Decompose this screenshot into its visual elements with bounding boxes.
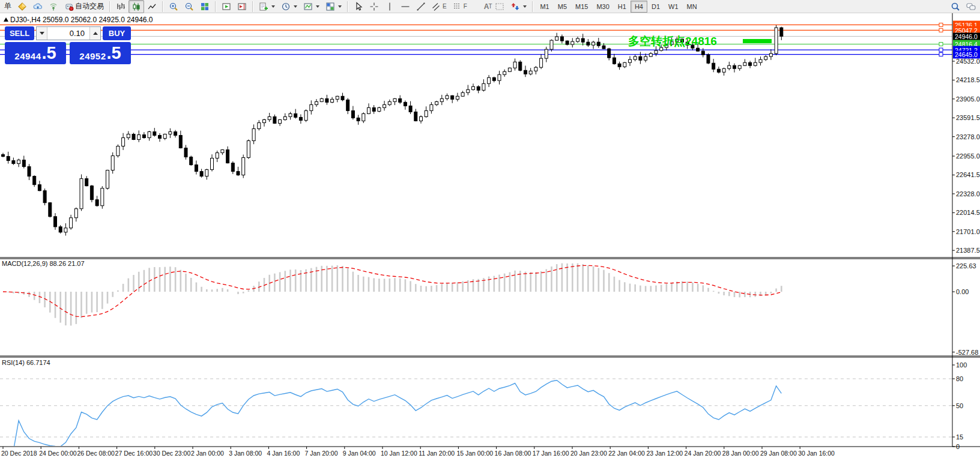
candle[interactable] [179,135,182,148]
candle[interactable] [655,50,658,53]
candle[interactable] [64,228,67,232]
candle[interactable] [368,107,371,113]
candle[interactable] [440,98,443,101]
price-line-handle[interactable] [939,48,943,52]
candle[interactable] [576,38,579,41]
sell-price-button[interactable]: 24944 .5 [5,42,66,64]
candle[interactable] [28,167,31,176]
candle[interactable] [294,113,297,117]
candle[interactable] [2,155,5,157]
candle[interactable] [289,113,292,116]
candle[interactable] [707,55,710,63]
price-line-handle[interactable] [939,23,943,26]
candle[interactable] [701,51,704,55]
candle[interactable] [425,110,428,116]
candle[interactable] [127,134,130,137]
candle[interactable] [195,165,198,172]
candle[interactable] [492,77,495,80]
candle[interactable] [534,67,537,71]
candle[interactable] [602,46,605,49]
candle[interactable] [336,96,339,99]
candle[interactable] [85,179,88,186]
candle[interactable] [503,71,506,74]
candle[interactable] [268,116,271,119]
candle[interactable] [545,49,548,58]
candle[interactable] [70,218,73,228]
candle[interactable] [540,58,543,67]
candle[interactable] [488,77,491,83]
candle[interactable] [399,98,402,102]
chart-canvas[interactable] [0,0,980,458]
candle[interactable] [59,227,62,232]
candle[interactable] [49,203,52,217]
price-line-handle[interactable] [939,28,943,32]
candle[interactable] [273,116,276,123]
candle[interactable] [357,118,360,121]
candle[interactable] [74,209,77,218]
candle[interactable] [550,40,553,49]
candle[interactable] [12,161,15,164]
candle[interactable] [618,64,621,67]
buy-button[interactable]: BUY [103,26,131,40]
candle[interactable] [106,170,109,188]
candle[interactable] [211,158,214,170]
candle[interactable] [142,134,145,137]
candle[interactable] [508,68,511,71]
candle[interactable] [258,122,261,128]
candle[interactable] [634,56,637,59]
candle[interactable] [764,56,767,59]
candle[interactable] [581,38,584,42]
candle[interactable] [393,98,396,101]
candle[interactable] [169,131,172,134]
candle[interactable] [759,59,762,62]
candle[interactable] [231,163,234,172]
candle[interactable] [717,69,720,72]
candle[interactable] [513,62,516,68]
candle[interactable] [184,148,187,157]
candle[interactable] [299,117,302,120]
candle[interactable] [712,63,715,69]
candle[interactable] [472,86,475,89]
candle[interactable] [279,119,282,123]
candle[interactable] [639,56,642,60]
candle[interactable] [629,59,632,62]
candle[interactable] [612,58,616,64]
candle[interactable] [138,134,141,139]
chart-nav-arrow-icon[interactable] [4,17,8,22]
candle[interactable] [205,170,208,176]
candle[interactable] [163,134,166,138]
candle[interactable] [116,146,119,156]
candle[interactable] [174,131,177,135]
candle[interactable] [592,42,595,45]
candle[interactable] [529,71,532,74]
candle[interactable] [383,104,386,107]
candle[interactable] [242,158,245,175]
candle[interactable] [54,217,57,227]
candle[interactable] [404,102,407,106]
candle[interactable] [148,131,151,137]
candle[interactable] [555,37,558,40]
candle[interactable] [409,106,412,112]
candle[interactable] [221,150,224,153]
candle[interactable] [560,37,563,41]
candle[interactable] [519,62,522,70]
candle[interactable] [351,110,354,118]
candle[interactable] [451,95,454,99]
candle[interactable] [362,113,365,121]
buy-price-button[interactable]: 24952 .5 [70,42,131,64]
candle[interactable] [571,41,574,44]
candle[interactable] [644,56,647,60]
candle[interactable] [754,62,757,65]
sell-button[interactable]: SELL [5,26,34,40]
candle[interactable] [216,153,219,158]
candle[interactable] [325,98,328,102]
candle[interactable] [132,134,135,139]
volume-input[interactable] [47,28,89,38]
candle[interactable] [341,96,344,100]
candle[interactable] [320,98,323,101]
volume-increase-button[interactable] [89,27,100,40]
candle[interactable] [247,140,250,157]
candle[interactable] [775,28,778,53]
candle[interactable] [446,95,449,98]
candle[interactable] [101,188,104,206]
